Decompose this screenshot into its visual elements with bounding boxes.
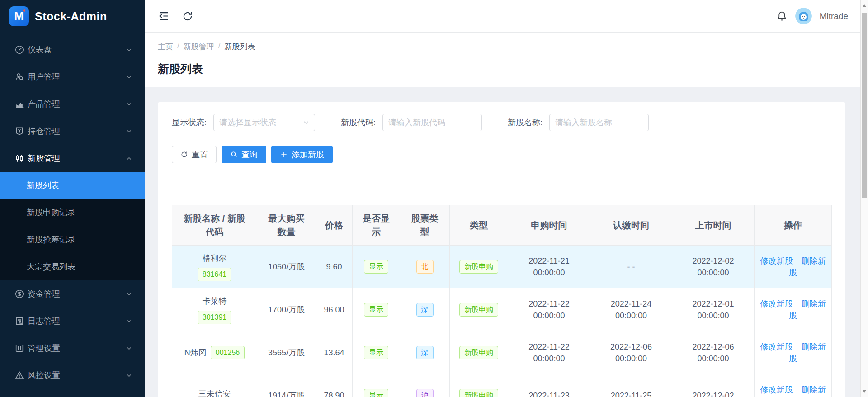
funds-icon (14, 289, 24, 299)
col-header-type: 类型 (450, 205, 508, 246)
scrollbar-up-arrow[interactable] (863, 4, 866, 7)
product-chart-icon (14, 99, 24, 109)
action-divider (797, 258, 797, 265)
cell-max-buy: 1914/万股 (257, 374, 316, 397)
sidebar-item-dashboard[interactable]: 仪表盘 (0, 36, 145, 63)
breadcrumb-home[interactable]: 主页 (158, 42, 173, 52)
sidebar-item-label: 持仓管理 (28, 126, 126, 137)
sidebar-menu: 仪表盘 用户管理 产品管理 持仓管理 (0, 33, 145, 389)
cell-max-buy: 3565/万股 (257, 331, 316, 374)
type-tag: 新股申购 (459, 303, 498, 317)
delete-newstock-link[interactable]: 删除新股 (789, 299, 826, 320)
risk-warning-icon (14, 370, 24, 380)
cell-price: 96.00 (316, 288, 353, 331)
sidebar-subitem-block-trade-list[interactable]: 大宗交易列表 (0, 253, 145, 280)
visible-tag: 显示 (364, 303, 388, 317)
cell-type: 新股申购 (450, 331, 508, 374)
scrollbar-down-arrow[interactable] (863, 390, 866, 393)
app-logo: M Stock-Admin (0, 0, 145, 33)
sidebar-item-label: 日志管理 (28, 316, 126, 326)
sidebar-item-logs[interactable]: 日志管理 (0, 307, 145, 335)
name-input[interactable] (549, 114, 649, 131)
cell-apply-time: 2022-11-23 (508, 374, 590, 397)
cell-visible: 显示 (353, 288, 400, 331)
cell-price: 13.64 (316, 331, 353, 374)
cell-market: 深 (400, 288, 450, 331)
cell-visible: 显示 (353, 331, 400, 374)
main-area: Mitrade 主页 / 新股管理 / 新股列表 新股列表 显示状态: 请选择显… (145, 0, 868, 397)
col-header-visible: 是否显示 (353, 205, 400, 246)
sidebar-item-admin-settings[interactable]: 管理设置 (0, 335, 145, 362)
app-title: Stock-Admin (35, 10, 107, 23)
cell-apply-time: 2022-11-22 00:00:00 (508, 288, 590, 331)
cell-market: 沪 (400, 374, 450, 397)
stock-code-tag: 001256 (211, 346, 245, 359)
cell-pay-time: - - (590, 246, 672, 288)
col-header-stock-type: 股票类型 (400, 205, 450, 246)
plus-icon (280, 151, 288, 159)
filter-bar: 显示状态: 请选择显示状态 新股代码: 新股名称: (172, 114, 831, 131)
breadcrumb-current: 新股列表 (224, 42, 255, 52)
visible-tag: 显示 (364, 260, 388, 274)
sidebar-item-newstock[interactable]: 新股管理 (0, 145, 145, 172)
sidebar-collapse-icon[interactable] (158, 10, 170, 22)
chevron-down-icon (126, 373, 132, 378)
table-row: 三未信安 1914/万股 78.90 显示 沪 新股申购 2022-11-23 … (172, 374, 832, 397)
reset-button-label: 重置 (192, 149, 208, 160)
reset-icon (180, 151, 188, 158)
search-button-label: 查询 (241, 149, 258, 160)
edit-newstock-link[interactable]: 修改新股 (760, 385, 793, 394)
table-row: N炜冈 001256 3565/万股 13.64 显示 深 新股申购 2022-… (172, 331, 832, 374)
dashboard-icon (14, 45, 24, 55)
breadcrumb: 主页 / 新股管理 / 新股列表 (158, 42, 868, 52)
cell-pay-time: 2022-12-06 00:00:00 (590, 331, 672, 374)
scrollbar-thumb[interactable] (862, 13, 867, 198)
table-header-row: 新股名称 / 新股代码 最大购买数量 价格 是否显示 股票类型 类型 申购时间 … (172, 205, 832, 246)
cell-apply-time: 2022-11-22 00:00:00 (508, 331, 590, 374)
breadcrumb-separator: / (177, 42, 179, 52)
stock-name: 三未信安 (179, 388, 250, 397)
action-divider (797, 387, 797, 393)
code-input[interactable] (382, 114, 482, 131)
stock-name: N炜冈 (184, 347, 207, 359)
sidebar-item-users[interactable]: 用户管理 (0, 63, 145, 90)
delete-newstock-link[interactable]: 删除新股 (789, 256, 826, 277)
reset-button[interactable]: 重置 (172, 146, 217, 163)
admin-settings-icon (14, 343, 24, 353)
edit-newstock-link[interactable]: 修改新股 (760, 256, 793, 265)
cell-max-buy: 1050/万股 (257, 246, 316, 288)
market-tag: 北 (416, 260, 434, 274)
sidebar-subitem-newstock-list[interactable]: 新股列表 (0, 172, 145, 199)
sidebar-subitem-subscribe-records[interactable]: 新股申购记录 (0, 199, 145, 226)
delete-newstock-link[interactable]: 删除新股 (789, 342, 826, 363)
sidebar-item-risk-settings[interactable]: 风控设置 (0, 362, 145, 389)
user-avatar[interactable] (795, 8, 812, 24)
cell-visible: 显示 (353, 246, 400, 288)
refresh-icon[interactable] (182, 10, 193, 22)
topbar-right: Mitrade (776, 8, 848, 24)
action-divider (797, 344, 797, 350)
edit-newstock-link[interactable]: 修改新股 (760, 342, 793, 351)
cell-visible: 显示 (353, 374, 400, 397)
status-select[interactable]: 请选择显示状态 (213, 114, 315, 131)
col-header-price: 价格 (316, 205, 353, 246)
sidebar-item-funds[interactable]: 资金管理 (0, 280, 145, 307)
delete-newstock-link[interactable]: 删除新股 (789, 385, 826, 397)
edit-newstock-link[interactable]: 修改新股 (760, 299, 793, 308)
sidebar-item-positions[interactable]: 持仓管理 (0, 118, 145, 145)
notification-bell-icon[interactable] (776, 10, 788, 22)
cell-list-time: 2022-12-06 00:00:00 (672, 331, 755, 374)
page-title: 新股列表 (158, 61, 868, 76)
search-button[interactable]: 查询 (222, 146, 266, 163)
add-newstock-button[interactable]: 添加新股 (271, 146, 333, 163)
chevron-down-icon (126, 345, 132, 351)
app-logo-icon: M (9, 6, 29, 26)
col-header-actions: 操作 (755, 205, 832, 246)
type-tag: 新股申购 (459, 389, 498, 397)
sidebar-item-products[interactable]: 产品管理 (0, 90, 145, 118)
user-name[interactable]: Mitrade (820, 11, 848, 21)
breadcrumb-newstock-management[interactable]: 新股管理 (184, 42, 214, 52)
chevron-down-icon (126, 291, 132, 297)
cell-pay-time: 2022-11-24 00:00:00 (590, 288, 672, 331)
sidebar-subitem-rush-records[interactable]: 新股抢筹记录 (0, 226, 145, 253)
